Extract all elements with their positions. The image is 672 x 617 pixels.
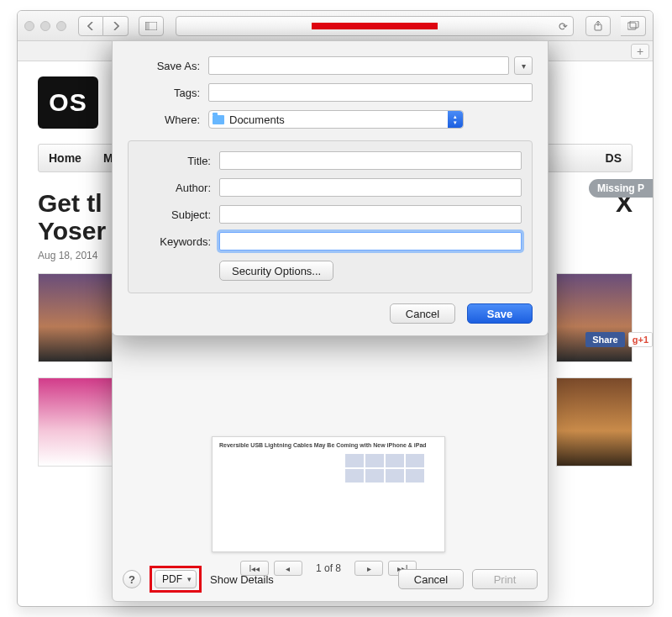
google-plus-button[interactable]: g+1: [628, 332, 653, 347]
article-thumb[interactable]: [38, 273, 114, 362]
keywords-field[interactable]: [219, 232, 522, 250]
where-value: Documents: [229, 113, 285, 126]
author-label: Author:: [139, 182, 211, 194]
svg-rect-3: [627, 23, 636, 29]
window-toolbar: ⟳: [18, 11, 653, 41]
tags-label: Tags:: [128, 87, 200, 99]
tags-field[interactable]: [208, 83, 533, 102]
save-as-label: Save As:: [128, 60, 200, 72]
tabs-overview-button[interactable]: [621, 16, 646, 36]
nav-home[interactable]: Home: [49, 151, 81, 165]
share-row: Share g+1: [585, 332, 653, 347]
close-window-button[interactable]: [24, 21, 34, 31]
facebook-share-button[interactable]: Share: [585, 332, 625, 347]
stepper-icon: ▴▾: [448, 111, 463, 128]
nav-ds[interactable]: DS: [606, 151, 622, 165]
author-field[interactable]: [219, 178, 522, 197]
keywords-label: Keywords:: [139, 235, 211, 248]
print-preview: Reversible USB Lightning Cables May Be C…: [212, 436, 445, 552]
zoom-window-button[interactable]: [56, 21, 66, 31]
subject-field[interactable]: [219, 205, 522, 224]
expand-save-panel-button[interactable]: ▾: [514, 56, 533, 75]
url-redacted: [312, 23, 438, 29]
save-as-dialog: Save As: ▾ Tags: Where: Documents ▴▾ Tit…: [112, 40, 549, 336]
preview-image-grid: [345, 454, 438, 483]
share-icon: [593, 21, 603, 31]
missing-plugin-badge[interactable]: Missing P: [589, 179, 653, 198]
reload-button[interactable]: ⟳: [559, 20, 568, 33]
address-bar[interactable]: ⟳: [176, 16, 574, 36]
print-button[interactable]: Print: [472, 569, 538, 589]
pdf-menu-label: PDF: [162, 573, 182, 585]
title-label: Title:: [139, 155, 211, 167]
save-button[interactable]: Save: [467, 303, 533, 324]
article-thumb[interactable]: [38, 377, 114, 467]
folder-icon: [213, 115, 224, 124]
sidebar-toggle-button[interactable]: [139, 16, 164, 36]
article-thumb[interactable]: [556, 377, 633, 467]
pdf-menu[interactable]: PDF: [155, 570, 197, 588]
where-popup[interactable]: Documents ▴▾: [208, 110, 464, 129]
site-logo: OS: [38, 76, 98, 129]
help-button[interactable]: ?: [123, 570, 141, 588]
where-label: Where:: [128, 113, 200, 126]
forward-button[interactable]: [103, 16, 129, 36]
chevron-down-icon: ▾: [522, 61, 526, 71]
pdf-menu-highlight: PDF: [150, 566, 202, 593]
pdf-metadata-group: Title: Author: Subject: Keywords: Securi…: [128, 140, 533, 293]
back-button[interactable]: [78, 16, 103, 36]
save-as-field[interactable]: [208, 56, 509, 75]
save-cancel-button[interactable]: Cancel: [390, 303, 455, 324]
right-sidebar-widgets: Missing P Share g+1: [585, 179, 653, 347]
minimize-window-button[interactable]: [40, 21, 50, 31]
preview-article-title: Reversible USB Lightning Cables May Be C…: [219, 442, 438, 449]
share-button[interactable]: [585, 16, 611, 36]
title-field[interactable]: [219, 151, 522, 170]
new-tab-button[interactable]: +: [631, 44, 649, 59]
show-details-button[interactable]: Show Details: [210, 573, 274, 586]
sidebar-icon: [145, 22, 157, 30]
svg-rect-1: [145, 22, 150, 30]
subject-label: Subject:: [139, 208, 211, 221]
save-dialog-actions: Cancel Save: [128, 303, 533, 324]
svg-rect-4: [630, 21, 638, 28]
nav-buttons: [78, 16, 129, 36]
print-cancel-button[interactable]: Cancel: [398, 569, 464, 589]
security-options-button[interactable]: Security Options...: [219, 261, 333, 281]
traffic-lights: [24, 21, 66, 31]
print-dialog-footer: ? PDF Show Details Cancel Print: [123, 566, 538, 593]
tabs-icon: [627, 21, 639, 30]
